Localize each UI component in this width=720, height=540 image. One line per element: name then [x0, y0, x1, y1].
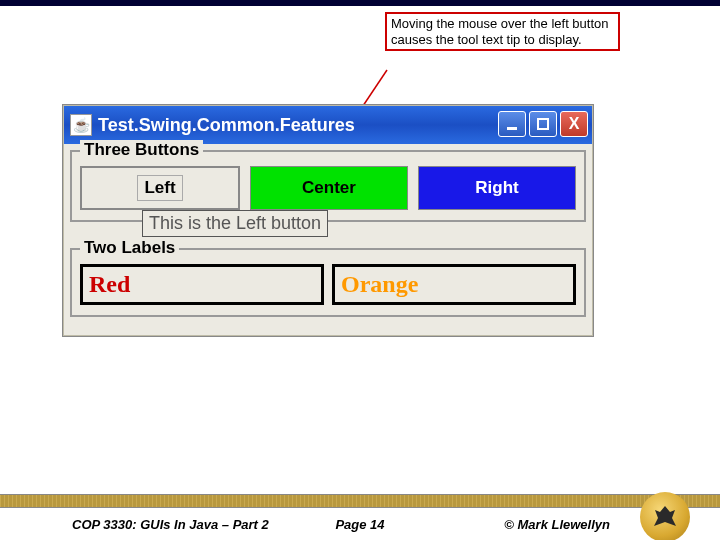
footer: COP 3330: GUIs In Java – Part 2 Page 14 … — [0, 508, 720, 540]
right-button-label: Right — [475, 178, 518, 198]
callout-annotation: Moving the mouse over the left button ca… — [385, 12, 620, 51]
label-red: Red — [80, 264, 324, 305]
window-title: Test.Swing.Common.Features — [98, 115, 355, 136]
group1-title: Three Buttons — [80, 140, 203, 160]
footer-page: Page 14 — [335, 517, 384, 532]
minimize-button[interactable] — [498, 111, 526, 137]
footer-copyright: © Mark Llewellyn — [504, 517, 610, 532]
center-button-label: Center — [302, 178, 356, 198]
callout-text: Moving the mouse over the left button ca… — [391, 16, 609, 47]
svg-rect-2 — [538, 119, 548, 129]
label-orange: Orange — [332, 264, 576, 305]
titlebar[interactable]: ☕ Test.Swing.Common.Features X — [64, 106, 592, 144]
left-button-label: Left — [137, 175, 182, 201]
minimize-icon — [505, 117, 519, 131]
maximize-button[interactable] — [529, 111, 557, 137]
tooltip-text: This is the Left button — [149, 213, 321, 233]
window-body: Three Buttons Left Center Right Two Labe… — [64, 144, 592, 335]
close-button[interactable]: X — [560, 111, 588, 137]
close-icon: X — [569, 115, 580, 133]
footer-stripe — [0, 494, 720, 508]
maximize-icon — [536, 117, 550, 131]
window-controls: X — [498, 111, 588, 137]
group2-title: Two Labels — [80, 238, 179, 258]
java-icon: ☕ — [70, 114, 92, 136]
tooltip: This is the Left button — [142, 210, 328, 237]
footer-course: COP 3330: GUIs In Java – Part 2 — [72, 517, 269, 532]
ucf-logo-icon — [640, 492, 690, 540]
center-button[interactable]: Center — [250, 166, 408, 210]
right-button[interactable]: Right — [418, 166, 576, 210]
buttons-row: Left Center Right — [80, 166, 576, 210]
slide-top-border — [0, 0, 720, 6]
left-button[interactable]: Left — [80, 166, 240, 210]
svg-rect-1 — [507, 127, 517, 130]
group-two-labels: Two Labels Red Orange — [70, 248, 586, 317]
labels-row: Red Orange — [80, 264, 576, 305]
